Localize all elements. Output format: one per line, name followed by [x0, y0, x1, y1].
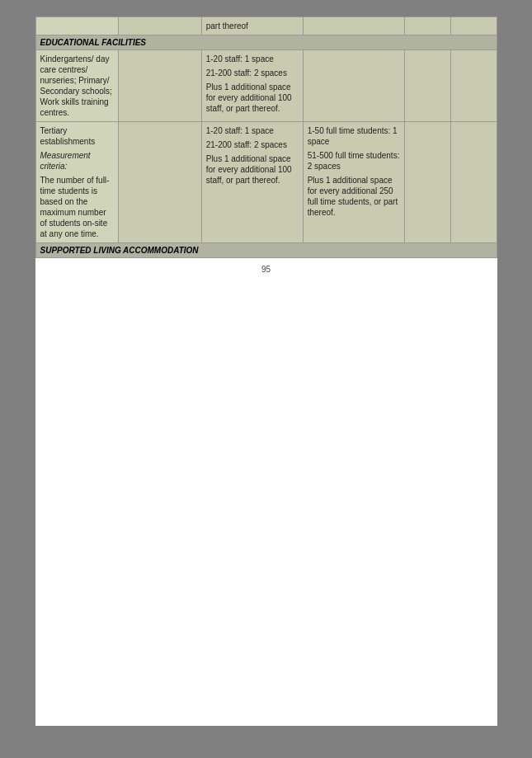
supported-living-label: SUPPORTED LIVING ACCOMMODATION [35, 243, 497, 258]
kindergartens-col6 [450, 50, 497, 122]
kindergartens-col3: 1-20 staff: 1 space 21-200 staff: 2 spac… [201, 50, 303, 122]
tertiary-col5 [404, 122, 450, 243]
educational-facilities-label: EDUCATIONAL FACILITIES [35, 35, 497, 50]
tertiary-col4: 1-50 full time students: 1 space 51-500 … [303, 122, 404, 243]
top-col3: part thereof [201, 17, 303, 35]
top-col2 [119, 17, 202, 35]
continuation-row: part thereof [35, 17, 497, 35]
top-col4 [303, 17, 404, 35]
tertiary-col2 [119, 122, 202, 243]
kindergartens-row: Kindergartens/ day care centres/ nurseri… [35, 50, 497, 122]
kindergartens-col1: Kindergartens/ day care centres/ nurseri… [35, 50, 119, 122]
tertiary-row: Tertiary establishments Measurement crit… [35, 122, 497, 243]
tertiary-col6 [450, 122, 497, 243]
kindergartens-text: Kindergartens/ day care centres/ nurseri… [40, 54, 115, 118]
tertiary-col3: 1-20 staff: 1 space 21-200 staff: 2 spac… [201, 122, 303, 243]
main-table: part thereof EDUCATIONAL FACILITIES Kind… [35, 16, 497, 258]
tertiary-col1: Tertiary establishments Measurement crit… [35, 122, 119, 243]
kindergartens-col4 [303, 50, 404, 122]
top-col1 [35, 17, 119, 35]
part-thereof-text: part thereof [206, 21, 248, 31]
kindergartens-staff-text: 1-20 staff: 1 space 21-200 staff: 2 spac… [206, 54, 299, 114]
supported-living-header: SUPPORTED LIVING ACCOMMODATION [35, 243, 497, 258]
top-col5 [404, 17, 450, 35]
kindergartens-col5 [404, 50, 450, 122]
kindergartens-col2 [119, 50, 202, 122]
tertiary-text: Tertiary establishments Measurement crit… [40, 125, 115, 239]
page: part thereof EDUCATIONAL FACILITIES Kind… [35, 16, 497, 726]
top-col6 [450, 17, 497, 35]
tertiary-staff-text: 1-20 staff: 1 space 21-200 staff: 2 spac… [206, 125, 299, 186]
educational-facilities-header: EDUCATIONAL FACILITIES [35, 35, 497, 50]
page-number: 95 [35, 258, 497, 280]
tertiary-students-text: 1-50 full time students: 1 space 51-500 … [308, 125, 400, 218]
